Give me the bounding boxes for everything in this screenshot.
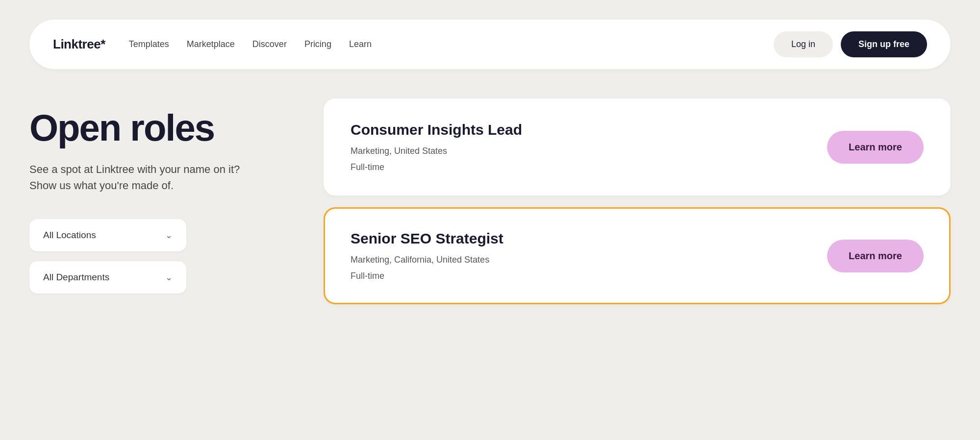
job-card-info: Consumer Insights Lead Marketing, United… xyxy=(351,122,522,172)
right-panel: Consumer Insights Lead Marketing, United… xyxy=(324,98,951,304)
logo-text: Linktree* xyxy=(53,37,105,52)
learn-more-button-2[interactable]: Learn more xyxy=(827,240,924,272)
nav-marketplace[interactable]: Marketplace xyxy=(187,39,235,49)
main-content: Open roles See a spot at Linktree with y… xyxy=(29,98,951,304)
job-card-info: Senior SEO Strategist Marketing, Califor… xyxy=(351,230,503,281)
locations-filter-label: All Locations xyxy=(43,230,96,241)
page-title: Open roles xyxy=(29,108,294,147)
job-card-seo-strategist: Senior SEO Strategist Marketing, Califor… xyxy=(324,207,951,304)
nav-templates[interactable]: Templates xyxy=(129,39,169,49)
job-card-consumer-insights: Consumer Insights Lead Marketing, United… xyxy=(324,98,951,196)
page-subtitle: See a spot at Linktree with your name on… xyxy=(29,161,294,194)
login-button[interactable]: Log in xyxy=(774,31,833,57)
navbar-left: Linktree* Templates Marketplace Discover… xyxy=(53,37,372,52)
navbar: Linktree* Templates Marketplace Discover… xyxy=(29,20,951,69)
job-meta: Marketing, United States xyxy=(351,146,522,156)
nav-learn[interactable]: Learn xyxy=(349,39,372,49)
departments-filter[interactable]: All Departments ⌄ xyxy=(29,261,186,293)
departments-filter-label: All Departments xyxy=(43,272,109,283)
page-wrapper: Linktree* Templates Marketplace Discover… xyxy=(0,0,980,440)
locations-filter[interactable]: All Locations ⌄ xyxy=(29,219,186,251)
nav-links: Templates Marketplace Discover Pricing L… xyxy=(129,39,372,49)
nav-discover[interactable]: Discover xyxy=(252,39,287,49)
learn-more-button-1[interactable]: Learn more xyxy=(827,131,924,164)
job-title: Consumer Insights Lead xyxy=(351,122,522,138)
job-meta: Marketing, California, United States xyxy=(351,255,503,265)
chevron-down-icon: ⌄ xyxy=(165,272,173,283)
job-title: Senior SEO Strategist xyxy=(351,230,503,247)
logo: Linktree* xyxy=(53,37,105,52)
left-panel: Open roles See a spot at Linktree with y… xyxy=(29,98,294,303)
job-type: Full-time xyxy=(351,162,522,172)
signup-button[interactable]: Sign up free xyxy=(841,31,927,57)
navbar-right: Log in Sign up free xyxy=(774,31,927,57)
job-type: Full-time xyxy=(351,271,503,281)
nav-pricing[interactable]: Pricing xyxy=(304,39,331,49)
chevron-down-icon: ⌄ xyxy=(165,230,173,241)
